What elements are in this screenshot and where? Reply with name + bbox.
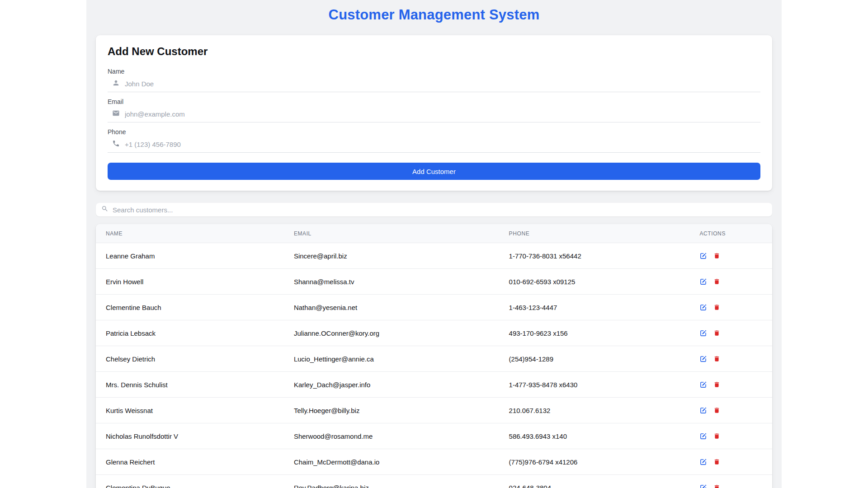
name-field-group: Name	[108, 68, 760, 92]
header-phone: PHONE	[499, 230, 690, 237]
page-column: Customer Management System Add New Custo…	[86, 0, 782, 488]
customers-table: NAME EMAIL PHONE ACTIONS Leanne Graham S…	[96, 224, 772, 488]
customer-phone: (254)954-1289	[499, 355, 690, 363]
trash-icon[interactable]	[713, 329, 720, 337]
trash-icon[interactable]	[713, 458, 720, 465]
trash-icon[interactable]	[713, 304, 720, 311]
row-actions	[689, 381, 772, 389]
row-actions	[689, 252, 772, 260]
name-input[interactable]	[125, 80, 757, 88]
customer-email: Lucio_Hettinger@annie.ca	[284, 355, 499, 363]
form-title: Add New Customer	[108, 45, 760, 58]
customer-phone: 586.493.6943 x140	[499, 432, 690, 440]
edit-icon[interactable]	[699, 252, 707, 260]
table-row: Nicholas Runolfsdottir V Sherwood@rosamo…	[96, 423, 772, 449]
customer-email: Chaim_McDermott@dana.io	[284, 458, 499, 466]
table-row: Mrs. Dennis Schulist Karley_Dach@jasper.…	[96, 371, 772, 397]
email-input-row	[108, 108, 760, 122]
customer-email: Rey.Padberg@karina.biz	[284, 484, 499, 488]
customer-phone: 024-648-3804	[499, 484, 690, 488]
edit-icon[interactable]	[699, 278, 707, 286]
customer-phone: 210.067.6132	[499, 407, 690, 414]
email-input[interactable]	[125, 110, 757, 118]
search-input[interactable]	[113, 206, 767, 214]
customer-phone: 1-477-935-8478 x6430	[499, 381, 690, 389]
phone-input-row	[108, 138, 760, 153]
customer-name: Leanne Graham	[96, 252, 284, 260]
row-actions	[689, 278, 772, 286]
name-input-row	[108, 77, 760, 92]
table-header-row: NAME EMAIL PHONE ACTIONS	[96, 224, 772, 243]
customer-email: Sherwood@rosamond.me	[284, 432, 499, 440]
customer-name: Glenna Reichert	[96, 458, 284, 466]
phone-icon	[112, 140, 120, 149]
phone-label: Phone	[108, 128, 760, 136]
customer-email: Nathan@yesenia.net	[284, 304, 499, 311]
table-row: Clementine Bauch Nathan@yesenia.net 1-46…	[96, 294, 772, 320]
customer-name: Clementine Bauch	[96, 304, 284, 311]
add-customer-button[interactable]: Add Customer	[108, 163, 760, 180]
customer-name: Nicholas Runolfsdottir V	[96, 432, 284, 440]
customer-email: Karley_Dach@jasper.info	[284, 381, 499, 389]
trash-icon[interactable]	[713, 252, 720, 259]
header-actions: ACTIONS	[689, 230, 772, 237]
user-icon	[112, 79, 120, 89]
table-row: Kurtis Weissnat Telly.Hoeger@billy.biz 2…	[96, 397, 772, 423]
table-row: Chelsey Dietrich Lucio_Hettinger@annie.c…	[96, 346, 772, 371]
trash-icon[interactable]	[713, 355, 720, 362]
name-label: Name	[108, 68, 760, 75]
row-actions	[689, 304, 772, 311]
edit-icon[interactable]	[699, 329, 707, 337]
customer-email: Telly.Hoeger@billy.biz	[284, 407, 499, 414]
customer-phone: 1-463-123-4447	[499, 304, 690, 311]
customer-name: Clementina DuBuque	[96, 484, 284, 488]
add-customer-card: Add New Customer Name Email Phone	[96, 35, 772, 191]
envelope-icon	[112, 109, 120, 119]
customer-name: Patricia Lebsack	[96, 329, 284, 337]
table-row: Leanne Graham Sincere@april.biz 1-770-73…	[96, 243, 772, 268]
row-actions	[689, 407, 772, 414]
edit-icon[interactable]	[699, 458, 707, 466]
customer-phone: (775)976-6794 x41206	[499, 458, 690, 466]
customer-name: Ervin Howell	[96, 278, 284, 286]
trash-icon[interactable]	[713, 381, 720, 388]
customer-email: Sincere@april.biz	[284, 252, 499, 260]
email-field-group: Email	[108, 98, 760, 122]
row-actions	[689, 484, 772, 488]
table-row: Clementina DuBuque Rey.Padberg@karina.bi…	[96, 474, 772, 488]
customer-name: Kurtis Weissnat	[96, 407, 284, 414]
edit-icon[interactable]	[699, 484, 707, 488]
edit-icon[interactable]	[699, 304, 707, 311]
customer-phone: 1-770-736-8031 x56442	[499, 252, 690, 260]
customer-phone: 493-170-9623 x156	[499, 329, 690, 337]
customer-email: Julianne.OConner@kory.org	[284, 329, 499, 337]
customer-name: Chelsey Dietrich	[96, 355, 284, 363]
row-actions	[689, 355, 772, 363]
table-row: Ervin Howell Shanna@melissa.tv 010-692-6…	[96, 268, 772, 294]
header-email: EMAIL	[284, 230, 499, 237]
edit-icon[interactable]	[699, 407, 707, 414]
search-icon	[101, 205, 108, 214]
customer-phone: 010-692-6593 x09125	[499, 278, 690, 286]
trash-icon[interactable]	[713, 278, 720, 285]
row-actions	[689, 458, 772, 466]
search-bar	[96, 203, 772, 216]
row-actions	[689, 329, 772, 337]
page-title: Customer Management System	[96, 0, 772, 23]
edit-icon[interactable]	[699, 355, 707, 363]
trash-icon[interactable]	[713, 407, 720, 414]
header-name: NAME	[96, 230, 284, 237]
table-row: Glenna Reichert Chaim_McDermott@dana.io …	[96, 449, 772, 474]
customer-name: Mrs. Dennis Schulist	[96, 381, 284, 389]
phone-field-group: Phone	[108, 128, 760, 153]
edit-icon[interactable]	[699, 432, 707, 440]
phone-input[interactable]	[125, 141, 757, 148]
trash-icon[interactable]	[713, 484, 720, 488]
table-body: Leanne Graham Sincere@april.biz 1-770-73…	[96, 243, 772, 488]
table-row: Patricia Lebsack Julianne.OConner@kory.o…	[96, 320, 772, 346]
trash-icon[interactable]	[713, 432, 720, 440]
row-actions	[689, 432, 772, 440]
email-label: Email	[108, 98, 760, 105]
edit-icon[interactable]	[699, 381, 707, 389]
customer-email: Shanna@melissa.tv	[284, 278, 499, 286]
